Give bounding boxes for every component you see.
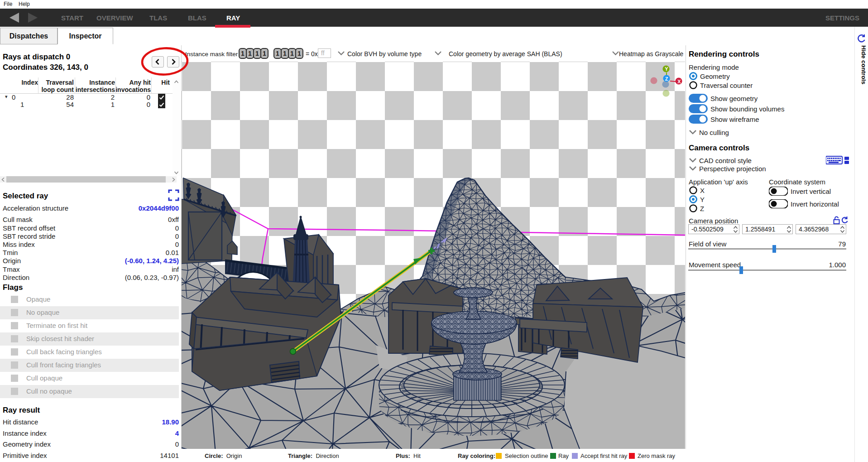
svg-text:1: 1 [290, 50, 294, 57]
svg-text:Z: Z [665, 76, 668, 82]
svg-text:1: 1 [255, 50, 259, 57]
svg-text:1: 1 [297, 50, 301, 57]
svg-text:1: 1 [241, 50, 245, 57]
svg-text:X: X [677, 79, 681, 84]
svg-text:1: 1 [248, 50, 252, 57]
svg-text:1: 1 [276, 50, 279, 57]
svg-text:1: 1 [283, 50, 287, 57]
svg-text:1: 1 [263, 50, 266, 57]
svg-text:Y: Y [665, 66, 668, 72]
